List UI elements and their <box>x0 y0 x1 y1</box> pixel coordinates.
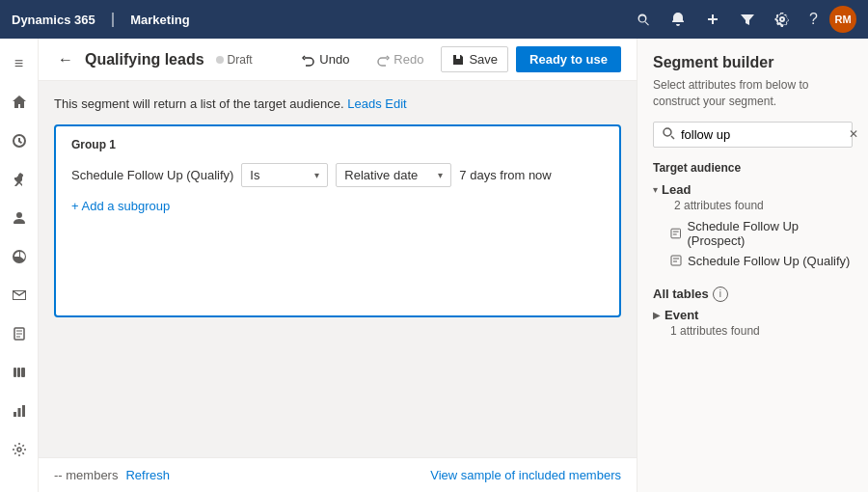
sidebar-item-menu[interactable]: ≡ <box>2 46 37 81</box>
avatar[interactable]: RM <box>829 6 856 33</box>
module-name: Marketing <box>130 13 189 27</box>
refresh-link[interactable]: Refresh <box>125 468 170 482</box>
filter-icon <box>740 12 755 27</box>
plus-icon-btn[interactable] <box>697 8 728 31</box>
date-type-dropdown-arrow: ▾ <box>438 170 443 180</box>
group-title: Group 1 <box>71 138 604 151</box>
sidebar-item-pages[interactable] <box>2 316 37 351</box>
sidebar-item-home[interactable] <box>2 85 37 120</box>
email-icon <box>12 287 27 303</box>
date-type-value: Relative date <box>344 168 418 182</box>
ready-button[interactable]: Ready to use <box>516 46 621 72</box>
help-icon-btn[interactable]: ? <box>801 7 826 32</box>
sidebar-item-segments[interactable] <box>2 239 37 274</box>
page-title: Qualifying leads <box>85 51 204 68</box>
svg-rect-9 <box>22 405 25 417</box>
svg-rect-8 <box>17 408 20 417</box>
filter-icon-btn[interactable] <box>732 8 763 31</box>
attribute-icon-2 <box>670 255 682 266</box>
bell-icon <box>670 12 686 27</box>
all-tables-header: All tables i <box>653 287 853 302</box>
command-bar: ← Qualifying leads Draft Undo Redo Save … <box>39 39 637 81</box>
page-icon <box>13 327 26 341</box>
bell-icon-btn[interactable] <box>663 8 693 31</box>
svg-point-10 <box>17 448 21 451</box>
svg-rect-6 <box>21 368 25 377</box>
redo-label: Redo <box>393 52 423 67</box>
settings-icon-btn[interactable] <box>767 8 798 31</box>
search-input[interactable] <box>681 127 843 142</box>
lead-section-header[interactable]: ▾ Lead <box>653 182 853 197</box>
sidebar-item-contacts[interactable] <box>2 201 37 235</box>
svg-rect-15 <box>671 256 681 265</box>
edit-link[interactable]: Edit <box>385 96 406 111</box>
entity-link[interactable]: Leads <box>347 96 381 111</box>
library-icon <box>12 365 27 380</box>
attribute-icon <box>670 228 681 239</box>
main-layout: ≡ ← <box>0 39 868 492</box>
svg-point-11 <box>664 128 671 136</box>
event-chevron-icon: ▶ <box>653 310 661 320</box>
date-type-select[interactable]: Relative date ▾ <box>336 163 451 187</box>
svg-rect-7 <box>14 412 16 417</box>
status-text: Draft <box>228 53 253 67</box>
analytics-icon <box>12 403 27 419</box>
settings-icon <box>774 12 790 27</box>
status-badge: Draft <box>216 53 253 67</box>
sidebar-item-settings[interactable] <box>2 432 37 467</box>
search-icon <box>662 126 675 143</box>
operator-dropdown-arrow: ▾ <box>314 170 319 180</box>
content-area: ← Qualifying leads Draft Undo Redo Save … <box>39 39 637 492</box>
segment-info-bar: This segment will return a list of the t… <box>54 96 621 111</box>
back-button[interactable]: ← <box>54 47 77 72</box>
sidebar-item-pinned[interactable] <box>2 162 37 197</box>
sidebar-item-analytics[interactable] <box>2 394 37 428</box>
inner-content: This segment will return a list of the t… <box>39 81 637 457</box>
brand-name: Dynamics 365 <box>12 13 95 27</box>
attribute-qualify-label: Schedule Follow Up (Qualify) <box>688 254 850 268</box>
segments-icon <box>12 249 27 264</box>
svg-rect-4 <box>14 368 16 377</box>
attribute-item-qualify[interactable]: Schedule Follow Up (Qualify) <box>653 251 853 271</box>
save-button[interactable]: Save <box>441 46 508 72</box>
nav-separator: | <box>111 11 115 28</box>
save-icon <box>451 53 465 67</box>
all-tables-label: All tables <box>653 287 709 301</box>
right-panel: Segment builder Select attributes from b… <box>637 39 868 492</box>
sidebar-item-library[interactable] <box>2 355 37 390</box>
condition-value: 7 days from now <box>459 168 551 182</box>
clock-icon <box>12 133 27 149</box>
brand: Dynamics 365 | Marketing <box>12 11 190 28</box>
group-box: Group 1 Schedule Follow Up (Qualify) Is … <box>54 124 621 317</box>
view-sample-link[interactable]: View sample of included members <box>430 468 621 482</box>
attribute-item-prospect[interactable]: Schedule Follow Up (Prospect) <box>653 216 853 251</box>
sidebar-item-recent[interactable] <box>2 123 37 158</box>
add-subgroup-button[interactable]: + Add a subgroup <box>71 199 170 213</box>
sidebar-item-email[interactable] <box>2 278 37 313</box>
search-icon-btn[interactable] <box>628 8 659 31</box>
redo-button[interactable]: Redo <box>366 47 433 71</box>
undo-label: Undo <box>319 52 349 67</box>
condition-row: Schedule Follow Up (Qualify) Is ▾ Relati… <box>71 163 604 187</box>
save-label: Save <box>469 52 498 67</box>
svg-rect-5 <box>17 368 20 377</box>
svg-rect-12 <box>671 229 681 238</box>
all-tables-info-icon[interactable]: i <box>713 287 728 302</box>
redo-icon <box>376 53 390 67</box>
event-section-title: Event <box>665 308 698 322</box>
panel-title: Segment builder <box>653 54 853 71</box>
status-dot <box>216 56 224 64</box>
event-section-header[interactable]: ▶ Event <box>653 308 853 322</box>
undo-icon <box>302 53 315 67</box>
plus-icon <box>705 12 720 27</box>
operator-value: Is <box>250 168 259 182</box>
left-sidebar: ≡ <box>0 39 39 492</box>
bottom-bar: -- members Refresh View sample of includ… <box>39 457 637 492</box>
top-navigation: Dynamics 365 | Marketing ? RM <box>0 0 868 39</box>
target-audience-label: Target audience <box>653 161 853 175</box>
pin-icon <box>12 172 27 187</box>
event-count: 1 attributes found <box>653 324 853 338</box>
operator-select[interactable]: Is ▾ <box>241 163 328 187</box>
undo-button[interactable]: Undo <box>292 47 359 71</box>
clear-search-icon[interactable]: ✕ <box>849 127 858 141</box>
